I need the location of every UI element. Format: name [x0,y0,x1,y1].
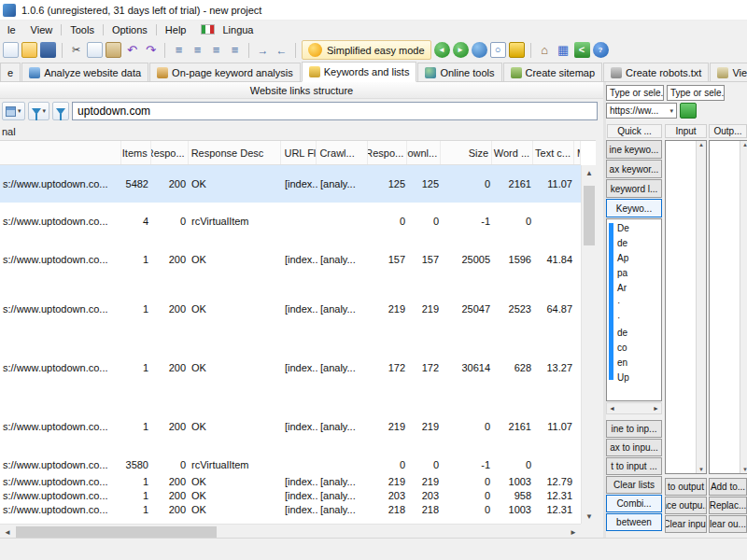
indent-icon[interactable]: → [255,42,271,58]
vertical-scrollbar[interactable]: ▲ ▼ [581,165,596,524]
forward-button[interactable]: ► [453,42,469,58]
scroll-down-icon[interactable]: ▼ [742,467,747,472]
table-row[interactable]: s://www.uptodown.co...35800rcVirtualItem… [0,455,581,474]
align-right-icon[interactable]: ≡ [208,42,224,58]
tab-create-robots[interactable]: Create robots.txt [603,63,709,81]
menu-view[interactable]: View [23,22,61,37]
max-keywords-button[interactable]: ax keywor... [606,160,662,178]
tab-online-tools[interactable]: Online tools [417,63,501,81]
replace-button[interactable]: Replac... [709,497,747,514]
keyword-list-item[interactable]: · [615,311,661,326]
keyword-list-item[interactable]: · [615,296,661,311]
between-button[interactable]: between [606,513,662,531]
scroll-right-icon[interactable]: ► [566,525,581,538]
output-listbox[interactable]: ▲ ▼ [709,140,747,474]
tab-home[interactable]: e [0,63,21,81]
scroll-down-icon[interactable]: ▼ [582,509,596,524]
combine-button[interactable]: Combi... [606,495,662,512]
back-button[interactable]: ◄ [434,42,450,58]
help-button[interactable]: ? [593,42,609,58]
column-header[interactable]: Size [441,141,492,164]
clear-input-button[interactable]: Clear input [665,515,707,533]
keyword-list-item[interactable]: pa [615,266,661,281]
export-icon[interactable]: < [574,42,590,58]
column-header[interactable]: Word ... [492,141,533,164]
keyword-list-item[interactable]: Up [615,371,661,385]
keyword-list-item[interactable]: co [615,341,661,356]
url-input[interactable] [72,102,598,120]
open-project-icon[interactable] [21,42,37,58]
table-row[interactable]: s://www.uptodown.co...1200OK[index...[an… [0,338,581,397]
filter-button[interactable] [52,102,69,120]
keyword-list-item[interactable]: de [615,236,661,251]
table-row[interactable]: s://www.uptodown.co...1200OK[index...[an… [0,279,581,338]
home-icon[interactable]: ⌂ [537,42,553,58]
table-row[interactable]: s://www.uptodown.co...40rcVirtualItem00-… [0,203,581,240]
combine-to-input-button[interactable]: ine to inp... [606,420,662,438]
column-header[interactable]: Respo... [368,141,407,164]
copy-icon[interactable] [87,42,103,58]
table-row[interactable]: s://www.uptodown.co...1200OK[index...[an… [0,488,581,502]
chart-icon[interactable]: ▦ [556,42,571,58]
easy-mode-button[interactable]: Simplified easy mode [302,40,431,60]
clear-lists-button[interactable]: Clear lists [606,476,662,494]
column-header[interactable]: Response Desc [189,141,282,164]
keyword-list-item[interactable]: en [615,356,661,371]
keyword-type-combo-2[interactable]: Type or sele... ▾ [667,85,725,101]
cut-icon[interactable]: ✂ [68,42,84,58]
column-header[interactable]: Respo... [151,141,189,164]
input-listbox[interactable]: ▲ ▼ [665,140,707,474]
keyword-list-item[interactable]: Ar [615,281,661,296]
align-justify-icon[interactable]: ≡ [227,42,243,58]
column-header[interactable]: Text c... [533,141,574,164]
view-selector-dropdown[interactable]: ▾ [2,102,25,120]
tab-keywords-and-lists[interactable]: Keywords and lists [302,62,417,82]
horizontal-scrollbar[interactable]: ◄ ► [0,524,581,538]
import-list-icon[interactable] [680,103,697,119]
menu-tools[interactable]: Tools [63,22,102,37]
keywords-button[interactable]: Keywo... [606,199,662,217]
column-header[interactable]: Crawl... [317,141,368,164]
scroll-right-icon[interactable]: ► [653,405,659,412]
undo-icon[interactable]: ↶ [124,42,140,58]
to-output-button[interactable]: to output [665,478,707,496]
input-listbox-scrollbar[interactable]: ▲ ▼ [696,141,706,473]
table-row[interactable]: s://www.uptodown.co...1200OK[index...[an… [0,474,581,488]
column-header[interactable]: Items [121,141,151,164]
save-project-icon[interactable] [40,42,56,58]
tab-onpage-keyword-analysis[interactable]: On-page keyword analysis [149,63,301,81]
new-project-icon[interactable] [3,42,19,58]
world-icon[interactable] [472,42,487,58]
horizontal-scroll-thumb[interactable] [16,526,217,538]
tab-analyze-website-data[interactable]: Analyze website data [21,63,148,81]
tab-view-files[interactable]: View files [710,63,747,81]
clear-output-button[interactable]: lear ou... [709,515,747,533]
quick-keyword-listbox[interactable]: DedeAppaAr··decoenUp [606,218,662,401]
outdent-icon[interactable]: ← [274,42,289,58]
column-header[interactable]: Downl... [407,141,441,164]
column-header[interactable] [0,141,121,164]
menu-language[interactable]: Lingua [215,22,261,37]
scroll-left-icon[interactable]: ◄ [0,525,15,538]
paste-icon[interactable] [106,42,121,58]
combine-keywords-button[interactable]: ine keywo... [606,140,662,159]
scroll-up-icon[interactable]: ▲ [742,142,747,147]
table-row[interactable]: s://www.uptodown.co...1200OK[index...[an… [0,397,581,455]
list-to-input-button[interactable]: t to input ... [606,457,662,475]
align-left-icon[interactable]: ≡ [171,42,187,58]
search-icon[interactable]: ○ [490,42,506,58]
filter-selector-dropdown[interactable]: ▾ [28,102,50,120]
keyword-list-item[interactable]: de [615,326,661,341]
output-listbox-scrollbar[interactable]: ▲ ▼ [740,141,747,473]
replace-output-button[interactable]: ace outpu... [665,497,707,514]
column-header[interactable]: M [574,141,581,164]
max-to-input-button[interactable]: ax to inpu... [606,439,662,456]
scroll-up-icon[interactable]: ▲ [582,165,596,180]
key-icon[interactable] [509,42,525,58]
table-row[interactable]: s://www.uptodown.co...1200OK[index...[an… [0,240,581,279]
scroll-down-icon[interactable]: ▼ [698,467,704,472]
menu-file[interactable]: le [0,22,23,37]
column-header[interactable]: URL Fl... [281,141,317,164]
keyword-list-item[interactable]: Ap [615,251,661,266]
add-to-button[interactable]: Add to... [709,478,747,496]
